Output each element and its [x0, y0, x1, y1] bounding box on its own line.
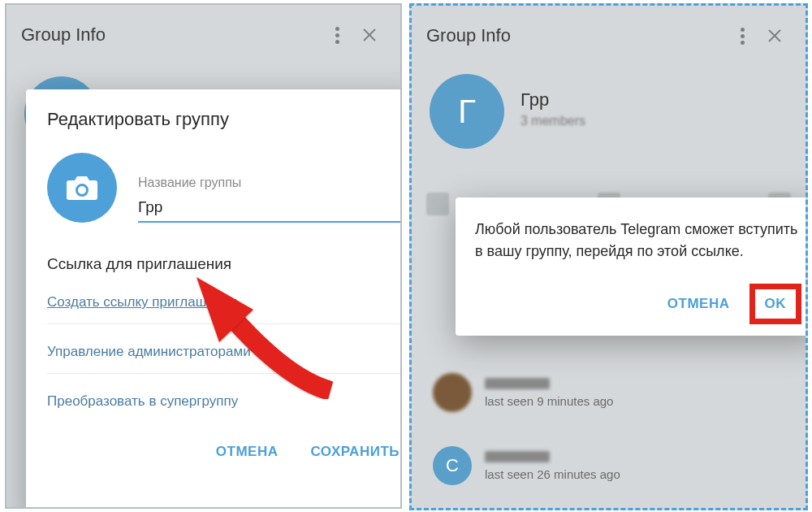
- member-status: last seen 9 minutes ago: [485, 394, 784, 408]
- confirm-link-dialog: Любой пользователь Telegram сможет вступ…: [456, 197, 808, 336]
- group-header: Грр 3 members: [520, 89, 585, 128]
- page-title: Group Info: [426, 25, 726, 46]
- group-name: Грр: [520, 89, 585, 111]
- avatar-letter: С: [446, 455, 459, 476]
- cancel-button[interactable]: ОТМЕНА: [213, 437, 282, 466]
- close-button[interactable]: [758, 20, 791, 52]
- convert-supergroup-link[interactable]: Преобразовать в супергруппу: [47, 387, 402, 423]
- member-row[interactable]: last seen 9 minutes ago: [433, 371, 784, 414]
- page-title: Group Info: [21, 24, 321, 46]
- close-button[interactable]: [353, 19, 386, 51]
- group-members: 3 members: [520, 114, 585, 128]
- person-add-icon[interactable]: [426, 193, 449, 215]
- ok-button[interactable]: OK: [762, 294, 790, 314]
- camera-icon: [66, 174, 98, 202]
- header: Group Info: [412, 6, 806, 66]
- dialog-title: Редактировать группу: [47, 109, 402, 130]
- member-row[interactable]: С last seen 26 minutes ago: [433, 445, 784, 487]
- header: Group Info: [6, 5, 400, 65]
- member-name: [485, 378, 550, 389]
- group-name-label: Название группы: [138, 176, 402, 190]
- more-menu-button[interactable]: [321, 19, 353, 51]
- more-menu-button[interactable]: [726, 20, 758, 52]
- group-avatar: Г: [430, 74, 504, 149]
- cancel-button[interactable]: ОТМЕНА: [664, 289, 733, 319]
- member-status: last seen 26 minutes ago: [485, 467, 784, 481]
- left-panel: Group Info Редактировать группу Название…: [5, 3, 402, 509]
- save-button[interactable]: СОХРАНИТЬ: [308, 437, 403, 466]
- annotation-highlight: OK: [749, 284, 802, 324]
- member-avatar: С: [433, 446, 472, 485]
- member-avatar: [433, 373, 472, 412]
- create-invite-link[interactable]: Создать ссылку приглашения: [47, 288, 402, 324]
- invite-section-title: Ссылка для приглашения: [47, 255, 402, 273]
- avatar-letter: Г: [458, 93, 476, 130]
- manage-admins-link[interactable]: Управление администраторами: [47, 337, 402, 374]
- dialog-text: Любой пользователь Telegram сможет вступ…: [475, 219, 801, 263]
- right-panel: Group Info Г Грр 3 members last seen 9 m…: [409, 3, 808, 510]
- edit-group-dialog: Редактировать группу Название группы Ссы…: [26, 89, 402, 509]
- member-name: [485, 451, 550, 462]
- group-name-input[interactable]: [138, 195, 402, 223]
- set-photo-button[interactable]: [47, 153, 117, 223]
